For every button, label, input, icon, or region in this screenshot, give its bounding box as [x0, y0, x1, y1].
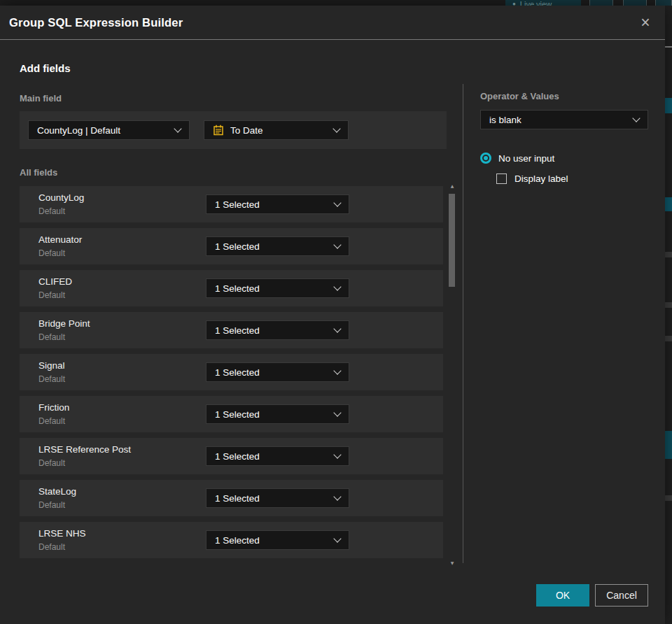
- field-row-bridge-point: Bridge Point Default 1 Selected: [20, 312, 443, 348]
- main-field-select-value: CountyLog | Default: [37, 125, 120, 136]
- background-app-edge: [665, 6, 672, 624]
- field-selected-dropdown[interactable]: 1 Selected: [206, 362, 349, 382]
- background-artifact: [665, 252, 672, 257]
- display-label-checkbox-row[interactable]: Display label: [496, 173, 648, 184]
- background-toolbar-button: [623, 0, 647, 6]
- close-icon: ×: [640, 13, 650, 31]
- main-field-select[interactable]: CountyLog | Default: [28, 120, 190, 140]
- background-artifact: [665, 495, 672, 501]
- field-subtitle: Default: [38, 458, 65, 468]
- selected-count: 1 Selected: [215, 409, 260, 420]
- add-fields-heading: Add fields: [20, 62, 71, 74]
- main-field-type-select[interactable]: To Date: [204, 120, 349, 140]
- operator-values-label: Operator & Values: [480, 91, 648, 101]
- no-user-input-radio[interactable]: No user input: [480, 153, 648, 164]
- calendar-icon: [213, 125, 224, 136]
- field-row-countylog: CountyLog Default 1 Selected: [20, 186, 443, 222]
- field-selected-dropdown[interactable]: 1 Selected: [206, 236, 349, 256]
- close-button[interactable]: ×: [633, 10, 658, 35]
- scroll-up-icon[interactable]: ▲: [448, 183, 456, 188]
- field-name: StateLog: [38, 486, 76, 497]
- selected-count: 1 Selected: [215, 451, 260, 462]
- all-fields-label: All fields: [20, 167, 57, 178]
- live-view-toggle[interactable]: ● Live view: [505, 0, 581, 6]
- field-subtitle: Default: [38, 500, 65, 510]
- field-subtitle: Default: [38, 290, 65, 300]
- chevron-down-icon: [333, 492, 341, 500]
- main-field-type-value: To Date: [230, 125, 263, 136]
- scrollbar-thumb[interactable]: [449, 194, 455, 287]
- dialog-footer: OK Cancel: [536, 584, 648, 607]
- selected-count: 1 Selected: [215, 241, 260, 252]
- field-row-lrse-nhs: LRSE NHS Default 1 Selected: [20, 522, 443, 558]
- field-row-signal: Signal Default 1 Selected: [20, 354, 443, 390]
- chevron-down-icon: [333, 241, 341, 248]
- operator-select-value: is blank: [489, 115, 522, 125]
- chevron-down-icon: [333, 409, 341, 416]
- radio-selected-icon: [480, 153, 491, 164]
- field-selected-dropdown[interactable]: 1 Selected: [206, 278, 349, 298]
- field-row-friction: Friction Default 1 Selected: [20, 396, 443, 432]
- background-artifact: [665, 431, 672, 459]
- field-selected-dropdown[interactable]: 1 Selected: [206, 488, 349, 508]
- chevron-down-icon: [174, 125, 181, 132]
- background-app-topbar: ● Live view: [0, 0, 672, 6]
- panel-divider: [463, 84, 463, 563]
- field-row-attenuator: Attenuator Default 1 Selected: [20, 228, 443, 264]
- selected-count: 1 Selected: [215, 367, 260, 378]
- dialog-titlebar: Group SQL Expression Builder ×: [0, 6, 665, 40]
- field-name: CountyLog: [38, 192, 84, 203]
- field-selected-dropdown[interactable]: 1 Selected: [206, 530, 349, 550]
- chevron-down-icon: [333, 199, 341, 206]
- field-subtitle: Default: [38, 206, 65, 216]
- operator-values-panel: Operator & Values is blank No user input…: [480, 91, 648, 184]
- field-selected-dropdown[interactable]: 1 Selected: [206, 194, 349, 214]
- chevron-down-icon: [333, 534, 341, 542]
- selected-count: 1 Selected: [215, 493, 260, 504]
- chevron-down-icon: [333, 367, 341, 374]
- main-field-label: Main field: [20, 93, 62, 104]
- field-selected-dropdown[interactable]: 1 Selected: [206, 404, 349, 424]
- field-name: Bridge Point: [38, 318, 90, 329]
- scroll-down-icon[interactable]: ▼: [448, 560, 456, 565]
- field-name: LRSE Reference Post: [38, 444, 131, 455]
- chevron-down-icon: [333, 325, 341, 332]
- field-name: Signal: [38, 360, 65, 371]
- chevron-down-icon: [333, 451, 341, 458]
- selected-count: 1 Selected: [215, 325, 260, 336]
- background-artifact: [665, 336, 672, 341]
- field-subtitle: Default: [38, 542, 65, 552]
- ok-button[interactable]: OK: [536, 584, 589, 607]
- background-artifact: [665, 302, 672, 308]
- background-toolbar-button: [589, 0, 613, 6]
- background-artifact: [665, 98, 672, 113]
- field-name: Friction: [38, 402, 69, 413]
- dialog-title: Group SQL Expression Builder: [9, 16, 183, 29]
- radio-dot: [484, 156, 488, 160]
- selected-count: 1 Selected: [215, 199, 260, 210]
- field-subtitle: Default: [38, 374, 65, 384]
- list-scrollbar[interactable]: ▲ ▼: [448, 183, 456, 565]
- live-view-label: Live view: [520, 0, 552, 6]
- field-selected-dropdown[interactable]: 1 Selected: [206, 320, 349, 340]
- field-subtitle: Default: [38, 332, 65, 342]
- field-name: LRSE NHS: [38, 528, 86, 539]
- chevron-down-icon: [332, 125, 340, 132]
- chevron-down-icon: [333, 283, 341, 290]
- background-artifact: [665, 197, 672, 211]
- field-row-statelog: StateLog Default 1 Selected: [20, 480, 443, 516]
- checkbox-unchecked-icon[interactable]: [496, 173, 507, 184]
- cancel-button[interactable]: Cancel: [595, 584, 648, 607]
- field-row-clifed: CLIFED Default 1 Selected: [20, 270, 443, 306]
- background-artifact: [665, 46, 672, 48]
- field-name: Attenuator: [38, 234, 82, 245]
- field-name: CLIFED: [38, 276, 72, 287]
- group-sql-expression-builder-dialog: Group SQL Expression Builder × Add field…: [0, 6, 665, 624]
- display-label-label: Display label: [514, 173, 568, 184]
- operator-select[interactable]: is blank: [480, 110, 648, 129]
- selected-count: 1 Selected: [215, 283, 260, 294]
- all-fields-list: CountyLog Default 1 Selected Attenuator …: [20, 186, 443, 564]
- selected-count: 1 Selected: [215, 535, 260, 546]
- field-subtitle: Default: [38, 416, 65, 426]
- field-selected-dropdown[interactable]: 1 Selected: [206, 446, 349, 466]
